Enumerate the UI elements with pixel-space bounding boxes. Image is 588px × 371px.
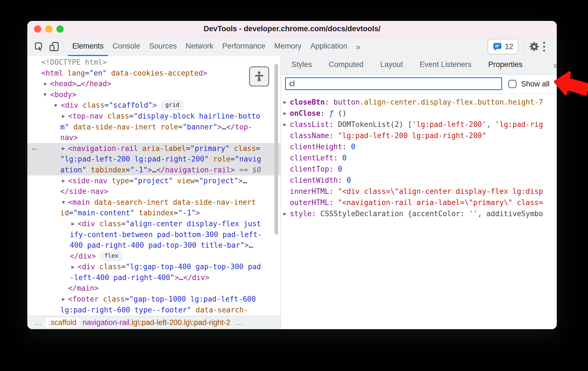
show-all-checkbox[interactable] (508, 80, 517, 88)
disclosure-triangle-icon[interactable]: ▶ (62, 175, 65, 186)
dom-tree-node[interactable]: ▶<div class="align-center display-flex j… (27, 218, 281, 261)
settings-gear-icon[interactable] (529, 41, 540, 52)
window-titlebar: DevTools - developer.chrome.com/docs/dev… (27, 21, 557, 37)
issues-chat-button[interactable]: 12 (488, 39, 518, 54)
breadcrumb-left-ellipsis[interactable]: … (35, 318, 43, 327)
tree-scrollbar[interactable] (274, 64, 278, 235)
disclosure-triangle-icon[interactable]: ▼ (44, 89, 47, 100)
properties-list: ▶closeBtn: button.align-center.display-f… (281, 94, 557, 329)
accessibility-overlay-button[interactable] (249, 66, 269, 86)
dom-tree-node[interactable]: ▶<top-nav class="display-block hairline-… (27, 111, 281, 143)
dom-tree-line: ▼<body> (27, 89, 281, 100)
zoom-traffic-light[interactable] (56, 25, 64, 33)
sidebar-tab-styles[interactable]: Styles (290, 56, 314, 74)
grid-badge[interactable]: grid (161, 101, 183, 110)
more-tabs-icon[interactable]: » (352, 37, 365, 56)
dom-tree-line: …▶<navigation-rail aria-label="primary" … (27, 143, 281, 154)
dom-tree-node[interactable]: ▶<head>…</head> (27, 78, 281, 89)
dom-tree-line: lg:pad-right-600 type--footer" data-sear… (27, 305, 281, 315)
disclosure-triangle-icon[interactable]: ▶ (62, 111, 65, 122)
dom-tree-line: ▶<head>…</head> (27, 78, 281, 89)
expand-arrow-icon[interactable]: ▶ (283, 119, 286, 130)
dom-tree-node[interactable]: ▼<main data-search-inert data-side-nav-i… (27, 197, 281, 218)
property-row[interactable]: ▶style: CSSStyleDeclaration {accentColor… (281, 208, 557, 219)
sidebar-tab-event-listeners[interactable]: Event Listeners (418, 56, 473, 74)
property-row[interactable]: ▶closeBtn: button.align-center.display-f… (281, 97, 557, 108)
tab-elements[interactable]: Elements (68, 37, 108, 56)
property-row[interactable]: clientWidth: 0 (281, 175, 557, 186)
dom-tree-node[interactable]: ▶<div class="lg:gap-top-400 gap-top-300 … (27, 261, 281, 283)
property-row[interactable]: clientHeight: 0 (281, 141, 557, 152)
breadcrumb-crumb[interactable]: navigation-rail.lg\:pad-left-200.lg\:pad… (79, 318, 233, 327)
dom-tree-line: -left-400 pad-right-400">…</div> (27, 272, 281, 283)
dom-tree-line: ▶<footer class="gap-top-1000 lg:pad-left… (27, 294, 281, 305)
node-options-dots-icon[interactable]: … (32, 142, 37, 153)
dom-tree-line: nav> (27, 132, 281, 143)
expand-arrow-icon[interactable]: ▶ (283, 97, 286, 108)
property-row[interactable]: ▶onClose: ƒ () (281, 108, 557, 119)
dom-tree-node[interactable]: <html lang="en" data-cookies-accepted> (27, 68, 281, 79)
devtools-window: DevTools - developer.chrome.com/docs/dev… (27, 21, 557, 329)
minimize-traffic-light[interactable] (45, 25, 52, 33)
close-traffic-light[interactable] (34, 25, 41, 33)
sidebar-tab-layout[interactable]: Layout (379, 56, 404, 74)
sidebar-tab-list: StylesComputedLayoutEvent ListenersPrope… (290, 56, 538, 74)
elements-sidebar: StylesComputedLayoutEvent ListenersPrope… (281, 56, 557, 329)
device-toolbar-icon[interactable] (49, 41, 60, 52)
properties-filter-input[interactable] (285, 77, 502, 90)
dom-tree-line: 400 pad-right-400 pad-top-300 title-bar"… (27, 240, 281, 251)
disclosure-triangle-icon[interactable]: ▶ (62, 294, 65, 305)
issues-count: 12 (505, 42, 513, 51)
disclosure-triangle-icon[interactable]: ▶ (62, 143, 65, 154)
more-options-kebab-icon[interactable] (540, 42, 548, 52)
property-row[interactable]: className: "lg:pad-left-200 lg:pad-right… (281, 130, 557, 141)
toolbar-divider (523, 41, 524, 52)
tab-network[interactable]: Network (181, 37, 218, 56)
property-row[interactable]: innerHTML: "<div class=\"align-center di… (281, 186, 557, 197)
accessibility-person-icon (253, 70, 265, 83)
dom-tree-node[interactable]: ▶<side-nav type="project" view="project"… (27, 175, 281, 197)
sidebar-tab-computed[interactable]: Computed (327, 56, 365, 74)
breadcrumb-right-ellipsis[interactable]: … (236, 318, 244, 327)
dom-tree-line: </div>flex (27, 251, 281, 262)
dom-tree-line: ▶<top-nav class="display-block hairline-… (27, 111, 281, 122)
dom-tree-node[interactable]: …▶<navigation-rail aria-label="primary" … (27, 143, 281, 175)
expand-arrow-icon[interactable]: ▶ (283, 208, 286, 219)
elements-panel: <!DOCTYPE html><html lang="en" data-cook… (27, 56, 281, 329)
dom-tree-line: m" data-side-nav-inert role="banner">…</… (27, 122, 281, 132)
inspect-element-icon[interactable] (33, 41, 45, 52)
sidebar-tab-properties[interactable]: Properties (486, 56, 524, 74)
dom-tree-line: ▶<div class="align-center display-flex j… (27, 218, 281, 229)
dom-tree-node[interactable]: </main> (27, 283, 281, 294)
dom-tree-line: ▼<div class="scaffold">grid (27, 100, 281, 111)
disclosure-triangle-icon[interactable]: ▶ (44, 78, 47, 89)
devtools-toolbar: ElementsConsoleSourcesNetworkPerformance… (27, 37, 557, 56)
disclosure-triangle-icon[interactable]: ▶ (71, 261, 74, 272)
tab-performance[interactable]: Performance (218, 37, 270, 56)
tab-sources[interactable]: Sources (145, 37, 181, 56)
dom-tree-node[interactable]: ▼<body> (27, 89, 281, 100)
properties-filter-row: Show all (281, 75, 557, 94)
dom-tree-node[interactable]: ▼<div class="scaffold">grid (27, 100, 281, 111)
property-row[interactable]: clientTop: 0 (281, 163, 557, 175)
dom-tree-line: <!DOCTYPE html> (27, 57, 281, 68)
property-row[interactable]: outerHTML: "<navigation-rail aria-label=… (281, 197, 557, 208)
dom-tree-node[interactable]: <!DOCTYPE html> (27, 57, 281, 68)
property-row[interactable]: ▶classList: DOMTokenList(2) ['lg:pad-lef… (281, 119, 557, 130)
dom-tree-node[interactable]: ▶<footer class="gap-top-1000 lg:pad-left… (27, 294, 281, 315)
breadcrumb-crumb[interactable]: .scaffold (45, 318, 79, 327)
disclosure-triangle-icon[interactable]: ▼ (62, 197, 65, 208)
panel-tabs: ElementsConsoleSourcesNetworkPerformance… (68, 37, 352, 56)
tab-memory[interactable]: Memory (270, 37, 306, 56)
breadcrumb: … .scaffoldnavigation-rail.lg\:pad-left-… (27, 316, 281, 329)
tab-application[interactable]: Application (306, 37, 352, 56)
disclosure-triangle-icon[interactable]: ▼ (54, 100, 57, 111)
property-row[interactable]: clientLeft: 0 (281, 152, 557, 163)
dom-tree-line: </main> (27, 283, 281, 294)
dom-tree-line: ▶<div class="lg:gap-top-400 gap-top-300 … (27, 261, 281, 272)
expand-arrow-icon[interactable]: ▶ (283, 108, 286, 119)
disclosure-triangle-icon[interactable]: ▶ (71, 218, 74, 229)
flex-badge[interactable]: flex (100, 252, 122, 261)
tab-console[interactable]: Console (108, 37, 145, 56)
dom-tree-line: id="main-content" tabindex="-1"> (27, 208, 281, 218)
